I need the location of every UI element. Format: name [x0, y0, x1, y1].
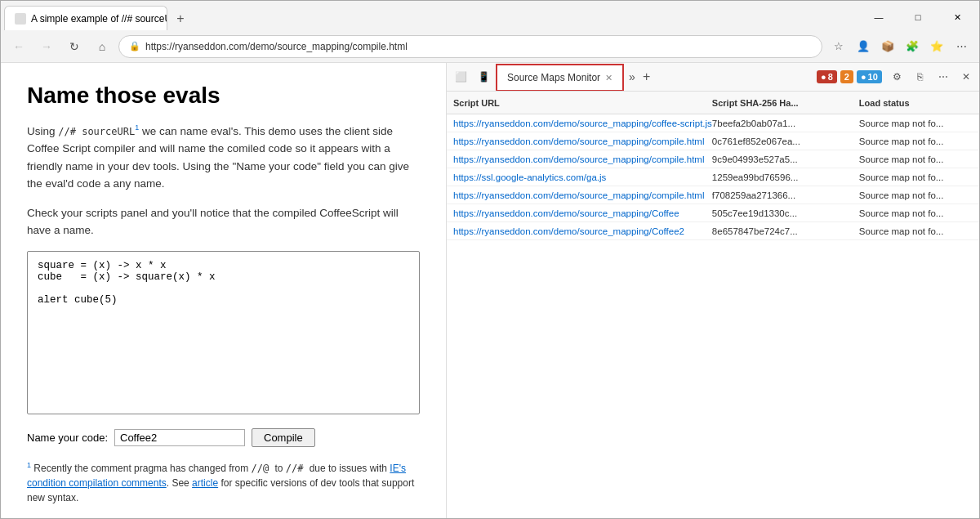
error-icon: ●: [821, 72, 826, 82]
info-count: 10: [868, 72, 878, 82]
table-row: https://ryanseddon.com/demo/source_mappi…: [447, 204, 979, 222]
minimize-button[interactable]: —: [860, 4, 898, 30]
intro-paragraph: Using //# sourceURL1 we can name eval's.…: [27, 122, 420, 193]
url-text: https://ryanseddon.com/demo/source_mappi…: [145, 41, 408, 52]
window-controls: — □ ✕: [860, 4, 976, 30]
more-tabs-btn[interactable]: »: [624, 66, 640, 87]
warning-count: 2: [844, 72, 849, 82]
error-count: 8: [828, 72, 833, 82]
col-header-status: Load status: [859, 98, 973, 108]
close-button[interactable]: ✕: [938, 4, 976, 30]
browser-tab[interactable]: A simple example of //# sourceU... ✕: [4, 6, 167, 30]
tab-bar: A simple example of //# sourceU... ✕ + —…: [1, 1, 979, 30]
row-url[interactable]: https://ryanseddon.com/demo/source_mappi…: [453, 190, 712, 200]
page-title: Name those evals: [27, 83, 420, 109]
extensions-button[interactable]: 🧩: [901, 35, 924, 58]
main-content: Name those evals Using //# sourceURL1 we…: [1, 63, 979, 518]
dock-btn[interactable]: ⎘: [910, 66, 931, 87]
row-url[interactable]: https://ssl.google-analytics.com/ga.js: [453, 172, 712, 182]
bookmark-button[interactable]: ☆: [827, 35, 850, 58]
reload-button[interactable]: ↻: [63, 35, 86, 58]
row-status: Source map not fo...: [859, 119, 973, 128]
tab-title: A simple example of //# sourceU...: [31, 13, 167, 25]
footnote-code-2: //#: [286, 463, 310, 474]
footnote-text-3: due to issues with: [310, 463, 390, 474]
nav-actions: ☆ 👤 📦 🧩 ⭐ ⋯: [827, 35, 973, 58]
row-sha: 0c761ef852e067ea...: [712, 136, 859, 146]
table-row: https://ryanseddon.com/demo/source_mappi…: [447, 150, 979, 168]
back-button[interactable]: ←: [7, 35, 30, 58]
row-sha: 1259ea99bd76596...: [712, 172, 859, 182]
devtools-inspect-btn[interactable]: ⬜: [450, 66, 471, 87]
row-url[interactable]: https://ryanseddon.com/demo/source_mappi…: [453, 136, 712, 146]
more-button[interactable]: ⋯: [950, 35, 973, 58]
devtools-column-headers: Script URL Script SHA-256 Ha... Load sta…: [447, 92, 979, 114]
code-editor[interactable]: square = (x) -> x * x cube = (x) -> squa…: [27, 251, 420, 414]
page-content: Name those evals Using //# sourceURL1 we…: [1, 63, 447, 518]
footnote: 1 Recently the comment pragma has change…: [27, 460, 420, 505]
source-url-code: //# sourceURL: [58, 126, 135, 137]
row-url[interactable]: https://ryanseddon.com/demo/source_mappi…: [453, 226, 712, 236]
forward-button[interactable]: →: [35, 35, 58, 58]
nav-bar: ← → ↻ ⌂ 🔒 https://ryanseddon.com/demo/so…: [1, 30, 979, 63]
profile-button[interactable]: 👤: [852, 35, 875, 58]
address-bar[interactable]: 🔒 https://ryanseddon.com/demo/source_map…: [118, 35, 822, 58]
col-header-url: Script URL: [453, 98, 712, 108]
devtools-toolbar: ⬜ 📱 Source Maps Monitor ✕ » + ● 8: [447, 63, 979, 92]
table-row: https://ryanseddon.com/demo/source_mappi…: [447, 132, 979, 150]
browser-window: A simple example of //# sourceU... ✕ + —…: [0, 0, 980, 519]
devtools-tab-close[interactable]: ✕: [605, 73, 612, 83]
table-row: https://ryanseddon.com/demo/source_mappi…: [447, 186, 979, 204]
row-status: Source map not fo...: [859, 136, 973, 146]
add-tab-btn[interactable]: +: [640, 66, 653, 87]
table-row: https://ryanseddon.com/demo/source_mappi…: [447, 222, 979, 240]
row-url[interactable]: https://ryanseddon.com/demo/source_mappi…: [453, 154, 712, 164]
maximize-button[interactable]: □: [899, 4, 937, 30]
col-header-sha: Script SHA-256 Ha...: [712, 98, 859, 108]
footnote-text-4: . See: [167, 477, 192, 489]
article-link[interactable]: article: [192, 477, 218, 489]
row-status: Source map not fo...: [859, 154, 973, 164]
settings-btn[interactable]: ⚙: [887, 66, 908, 87]
row-url[interactable]: https://ryanseddon.com/demo/source_mappi…: [453, 208, 712, 218]
badge-group: ● 8 2 ● 10: [817, 70, 882, 83]
tab-favicon: [15, 13, 26, 25]
info-badge[interactable]: ● 10: [857, 70, 882, 83]
new-tab-button[interactable]: +: [169, 7, 192, 30]
row-sha: 505c7ee19d1330c...: [712, 208, 859, 218]
footnote-text-2: to: [274, 463, 285, 474]
devtools-tabs: Source Maps Monitor ✕ » +: [496, 63, 653, 91]
footnote-text-1: Recently the comment pragma has changed …: [31, 463, 251, 474]
devtools-rows: https://ryanseddon.com/demo/source_mappi…: [447, 114, 979, 518]
row-status: Source map not fo...: [859, 226, 973, 236]
table-row: https://ssl.google-analytics.com/ga.js 1…: [447, 168, 979, 186]
scripts-paragraph: Check your scripts panel and you'll noti…: [27, 204, 420, 239]
security-icon: 🔒: [129, 41, 140, 51]
home-button[interactable]: ⌂: [91, 35, 114, 58]
devtools-device-btn[interactable]: 📱: [473, 66, 494, 87]
favorites-button[interactable]: ⭐: [925, 35, 948, 58]
devtools-more-btn[interactable]: ⋯: [933, 66, 954, 87]
row-url[interactable]: https://ryanseddon.com/demo/source_mappi…: [453, 119, 712, 128]
name-row: Name your code: Compile: [27, 428, 420, 447]
source-maps-monitor-tab[interactable]: Source Maps Monitor ✕: [496, 64, 624, 91]
intro-text-1: Using: [27, 125, 58, 137]
tab-label: Source Maps Monitor: [507, 72, 600, 83]
row-sha: 8e657847be724c7...: [712, 226, 859, 236]
table-row: https://ryanseddon.com/demo/source_mappi…: [447, 114, 979, 132]
row-status: Source map not fo...: [859, 190, 973, 200]
info-icon: ●: [861, 72, 866, 82]
error-badge[interactable]: ● 8: [817, 70, 837, 83]
row-sha: 7beefa2b0ab07a1...: [712, 119, 859, 128]
compile-button[interactable]: Compile: [252, 428, 315, 447]
row-status: Source map not fo...: [859, 172, 973, 182]
footnote-code-1: //@: [251, 463, 274, 474]
devtools-panel: ⬜ 📱 Source Maps Monitor ✕ » + ● 8: [447, 63, 979, 518]
devtools-close-btn[interactable]: ✕: [956, 66, 977, 87]
name-label: Name your code:: [27, 432, 108, 444]
name-input[interactable]: [114, 429, 245, 446]
row-sha: f708259aa271366...: [712, 190, 859, 200]
collections-button[interactable]: 📦: [876, 35, 899, 58]
warning-badge[interactable]: 2: [840, 70, 853, 83]
row-sha: 9c9e04993e527a5...: [712, 154, 859, 164]
